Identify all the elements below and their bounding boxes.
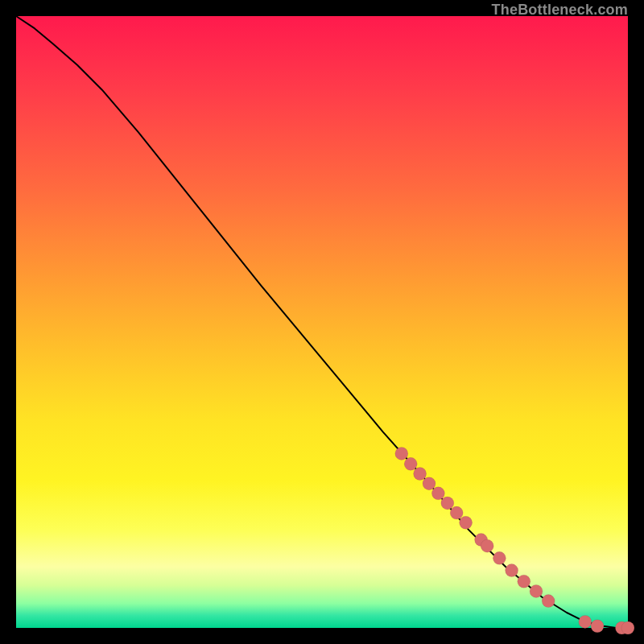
data-marker [395, 447, 408, 460]
data-marker [579, 615, 592, 628]
data-marker [481, 539, 493, 552]
marker-group [395, 447, 634, 634]
data-marker [404, 457, 417, 470]
data-marker [414, 467, 427, 480]
data-marker [530, 584, 543, 597]
data-marker [518, 575, 530, 588]
data-marker [506, 564, 518, 577]
data-marker [542, 595, 555, 608]
data-marker [450, 506, 463, 519]
chart-frame: TheBottleneck.com [16, 16, 628, 628]
data-marker [493, 551, 506, 564]
data-marker [431, 487, 444, 500]
data-marker [591, 620, 604, 633]
curve-line [16, 16, 628, 628]
plot-area [16, 16, 628, 628]
data-marker [441, 497, 454, 510]
data-marker [460, 516, 473, 529]
data-marker [423, 477, 436, 490]
data-marker [621, 621, 634, 634]
chart-svg [16, 16, 628, 628]
